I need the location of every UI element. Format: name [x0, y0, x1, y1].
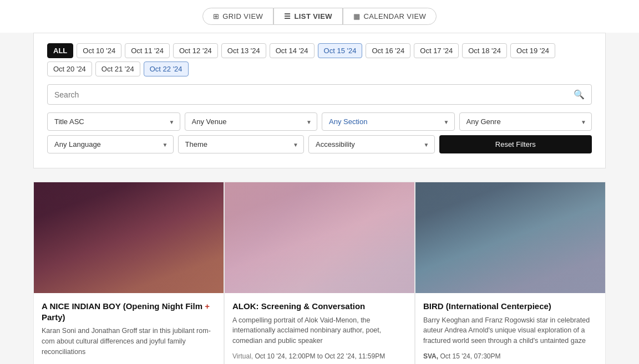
genre-filter-wrapper: Any Genre: [459, 112, 592, 131]
date-tab-oct22[interactable]: Oct 22 '24: [144, 61, 189, 76]
date-tab-oct17[interactable]: Oct 17 '24: [414, 43, 459, 58]
card-2-meta-1: Virtual, Oct 10 '24, 12:00PM to Oct 22 '…: [232, 352, 407, 361]
date-tab-all[interactable]: ALL: [47, 43, 73, 58]
genre-filter[interactable]: Any Genre: [459, 112, 592, 131]
card-3-image: [415, 182, 605, 293]
theme-filter-wrapper: Theme: [178, 135, 305, 153]
calendar-view-button[interactable]: ▦ CALENDAR VIEW: [343, 8, 437, 25]
venue-filter-wrapper: Any Venue: [185, 112, 318, 131]
search-bar: 🔍: [47, 84, 592, 105]
accessibility-filter[interactable]: Accessibility: [308, 135, 435, 153]
search-icon: 🔍: [574, 89, 585, 100]
venue-filter[interactable]: Any Venue: [185, 112, 318, 131]
date-tab-oct20[interactable]: Oct 20 '24: [47, 61, 92, 76]
section-filter-wrapper: Any Section: [322, 112, 455, 131]
grid-view-label: GRID VIEW: [222, 12, 263, 20]
card-1-content: A NICE INDIAN BOY (Opening Night Film + …: [34, 293, 224, 364]
date-tab-oct11[interactable]: Oct 11 '24: [125, 43, 170, 58]
date-tab-oct21[interactable]: Oct 21 '24: [95, 61, 140, 76]
filter-row-2: Any Language Theme Accessibility Reset F…: [47, 135, 592, 153]
card-2-description: A compelling portrait of Alok Vaid-Menon…: [232, 315, 407, 346]
date-tab-oct12[interactable]: Oct 12 '24: [173, 43, 218, 58]
card-3-meta-1: SVA, Oct 15 '24, 07:30PM: [423, 352, 597, 361]
sort-filter[interactable]: Title ASC Title DESC Date ASC Date DESC: [47, 112, 180, 131]
card-3-content: BIRD (International Centerpiece) Barry K…: [415, 293, 605, 364]
card-3-title: BIRD (International Centerpiece): [423, 301, 597, 312]
card-2-image: [225, 182, 414, 293]
card-1[interactable]: A NICE INDIAN BOY (Opening Night Film + …: [33, 182, 224, 364]
list-view-label: LIST VIEW: [295, 12, 333, 20]
card-1-description: Karan Soni and Jonathan Groff star in th…: [42, 326, 216, 357]
date-tabs: ALL Oct 10 '24 Oct 11 '24 Oct 12 '24 Oct…: [47, 43, 592, 76]
date-tab-oct18[interactable]: Oct 18 '24: [462, 43, 507, 58]
card-2-title: ALOK: Screening & Conversation: [232, 301, 407, 312]
date-tab-oct15[interactable]: Oct 15 '24: [318, 43, 363, 58]
reset-filters-button[interactable]: Reset Filters: [439, 135, 592, 153]
date-tab-oct13[interactable]: Oct 13 '24: [221, 43, 266, 58]
date-tab-oct10[interactable]: Oct 10 '24: [77, 43, 121, 58]
accessibility-filter-wrapper: Accessibility: [308, 135, 435, 153]
card-3-description: Barry Keoghan and Franz Rogowski star in…: [423, 315, 597, 346]
list-view-button[interactable]: ☰ LIST VIEW: [273, 8, 343, 25]
card-2[interactable]: ALOK: Screening & Conversation A compell…: [224, 182, 415, 364]
card-2-content: ALOK: Screening & Conversation A compell…: [225, 293, 414, 364]
date-tab-oct19[interactable]: Oct 19 '24: [510, 43, 555, 58]
grid-view-button[interactable]: ⊞ GRID VIEW: [202, 8, 273, 25]
language-filter-wrapper: Any Language: [47, 135, 174, 153]
date-tab-oct16[interactable]: Oct 16 '24: [366, 43, 410, 58]
card-1-image: [34, 182, 224, 293]
theme-filter[interactable]: Theme: [178, 135, 305, 153]
cards-grid: A NICE INDIAN BOY (Opening Night Film + …: [33, 182, 606, 364]
calendar-view-label: CALENDAR VIEW: [363, 12, 426, 20]
search-input[interactable]: [54, 90, 574, 99]
filter-row-1: Title ASC Title DESC Date ASC Date DESC …: [47, 112, 592, 131]
card-1-title: A NICE INDIAN BOY (Opening Night Film + …: [42, 301, 216, 322]
filters-container: ALL Oct 10 '24 Oct 11 '24 Oct 12 '24 Oct…: [33, 33, 606, 168]
view-toggle: ⊞ GRID VIEW ☰ LIST VIEW ▦ CALENDAR VIEW: [0, 0, 639, 33]
grid-icon: ⊞: [213, 12, 219, 20]
language-filter[interactable]: Any Language: [47, 135, 174, 153]
calendar-icon: ▦: [353, 12, 360, 20]
section-filter[interactable]: Any Section: [322, 112, 455, 131]
list-icon: ☰: [284, 12, 291, 20]
card-3[interactable]: BIRD (International Centerpiece) Barry K…: [415, 182, 606, 364]
sort-filter-wrapper: Title ASC Title DESC Date ASC Date DESC: [47, 112, 180, 131]
date-tab-oct14[interactable]: Oct 14 '24: [270, 43, 315, 58]
